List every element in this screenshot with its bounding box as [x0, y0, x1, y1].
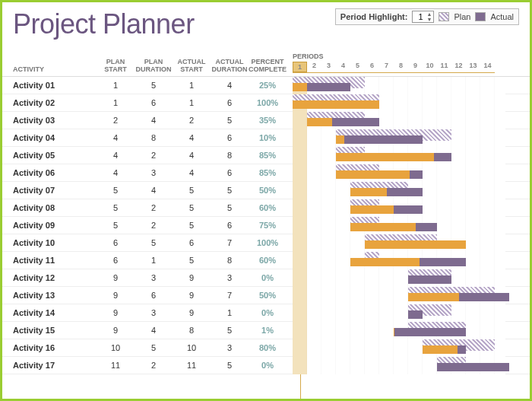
table-row[interactable]: Activity 03242535%	[2, 112, 530, 129]
period-label: 5	[350, 62, 365, 72]
plan-duration-cell: 6	[135, 98, 173, 107]
actual-start-cell: 9	[173, 273, 211, 282]
percent-cell: 60%	[249, 203, 287, 212]
activity-cell: Activity 15	[13, 326, 97, 335]
plan-duration-cell: 6	[135, 291, 173, 300]
plan-duration-cell: 5	[135, 343, 173, 352]
col-plan-start-header: PLAN START	[97, 58, 135, 73]
actual-start-cell: 9	[173, 291, 211, 300]
percent-cell: 75%	[249, 221, 287, 230]
plan-duration-cell: 8	[135, 133, 173, 142]
percent-cell: 10%	[249, 133, 287, 142]
activity-cell: Activity 09	[13, 221, 97, 230]
plan-duration-cell: 2	[135, 221, 173, 230]
percent-cell: 50%	[249, 186, 287, 195]
plan-duration-cell: 1	[135, 256, 173, 265]
actual-start-cell: 5	[173, 186, 211, 195]
period-label: 6	[365, 62, 379, 72]
plan-start-cell: 9	[97, 291, 135, 300]
actual-bar	[408, 275, 451, 284]
period-label: 8	[394, 62, 408, 72]
plan-start-cell: 1	[97, 81, 135, 90]
gantt-cell	[293, 287, 505, 304]
actual-duration-cell: 8	[211, 151, 249, 160]
period-label: 7	[379, 62, 394, 72]
table-row[interactable]: Activity 05424885%	[2, 147, 530, 164]
plan-duration-cell: 5	[135, 81, 173, 90]
table-row[interactable]: Activity 06434685%	[2, 164, 530, 182]
period-label: 13	[466, 62, 480, 72]
percent-cell: 35%	[249, 116, 287, 125]
complete-bar	[350, 205, 394, 214]
activity-cell: Activity 07	[13, 186, 97, 195]
percent-cell: 100%	[249, 98, 287, 107]
table-row[interactable]: Activity 07545550%	[2, 182, 530, 199]
actual-legend-label: Actual	[490, 12, 514, 21]
table-row[interactable]: Activity 04484610%	[2, 129, 530, 147]
table-row[interactable]: Activity 13969750%	[2, 287, 530, 304]
actual-duration-cell: 4	[211, 81, 249, 90]
table-row[interactable]: Activity 1493910%	[2, 304, 530, 322]
gantt-cell	[293, 269, 505, 287]
actual-duration-cell: 5	[211, 361, 249, 370]
period-label: 11	[437, 62, 451, 72]
table-row[interactable]: Activity 09525675%	[2, 217, 530, 234]
gantt-cell	[293, 129, 505, 147]
complete-bar	[394, 328, 394, 336]
gantt-cell	[293, 164, 505, 182]
actual-start-cell: 11	[173, 361, 211, 370]
highlight-stepper[interactable]: ▲ ▼	[412, 11, 434, 23]
plan-duration-cell: 3	[135, 308, 173, 317]
actual-duration-cell: 5	[211, 326, 249, 335]
plan-start-cell: 4	[97, 151, 135, 160]
gantt-cell	[293, 147, 505, 164]
activity-cell: Activity 12	[13, 273, 97, 282]
actual-start-cell: 5	[173, 256, 211, 265]
activity-cell: Activity 16	[13, 343, 97, 352]
actual-bar	[408, 310, 423, 319]
plan-duration-cell: 5	[135, 238, 173, 247]
plan-start-cell: 6	[97, 256, 135, 265]
table-row[interactable]: Activity 171121150%	[2, 357, 530, 374]
col-percent-header: PERCENT COMPLETE	[249, 58, 287, 73]
table-row[interactable]: Activity 08525560%	[2, 199, 530, 217]
table-row[interactable]: Activity 01151425%	[2, 77, 530, 94]
table-row[interactable]: Activity 021616100%	[2, 94, 530, 112]
activity-cell: Activity 01	[13, 81, 97, 90]
activity-cell: Activity 13	[13, 291, 97, 300]
gantt-cell	[293, 77, 505, 94]
highlight-label: Period Highlight:	[340, 12, 408, 21]
actual-start-cell: 5	[173, 203, 211, 212]
table-row[interactable]: Activity 1594851%	[2, 322, 530, 339]
gantt-cell	[293, 199, 505, 217]
plan-swatch-icon	[439, 12, 449, 21]
highlight-input[interactable]	[414, 12, 426, 21]
actual-duration-cell: 7	[211, 238, 249, 247]
spinner-down-icon[interactable]: ▼	[426, 17, 432, 22]
plan-start-cell: 4	[97, 133, 135, 142]
actual-start-cell: 1	[173, 98, 211, 107]
table-row[interactable]: Activity 1610510380%	[2, 339, 530, 357]
plan-start-cell: 5	[97, 221, 135, 230]
table-row[interactable]: Activity 106567100%	[2, 234, 530, 252]
actual-duration-cell: 3	[211, 273, 249, 282]
plan-start-cell: 9	[97, 308, 135, 317]
spinner[interactable]: ▲ ▼	[426, 11, 432, 22]
table-row[interactable]: Activity 11615860%	[2, 252, 530, 269]
period-label: 1	[293, 62, 307, 72]
plan-start-cell: 9	[97, 273, 135, 282]
activity-cell: Activity 08	[13, 203, 97, 212]
plan-start-cell: 1	[97, 98, 135, 107]
complete-bar	[336, 170, 410, 179]
percent-cell: 85%	[249, 151, 287, 160]
gantt-cell	[293, 234, 505, 252]
spinner-up-icon[interactable]: ▲	[426, 11, 432, 17]
activity-cell: Activity 02	[13, 98, 97, 107]
plan-legend-label: Plan	[454, 12, 470, 21]
plan-duration-cell: 2	[135, 151, 173, 160]
plan-start-cell: 6	[97, 238, 135, 247]
percent-cell: 80%	[249, 343, 287, 352]
col-plan-duration-header: PLAN DURATION	[135, 58, 173, 73]
table-row[interactable]: Activity 1293930%	[2, 269, 530, 287]
actual-start-cell: 4	[173, 133, 211, 142]
